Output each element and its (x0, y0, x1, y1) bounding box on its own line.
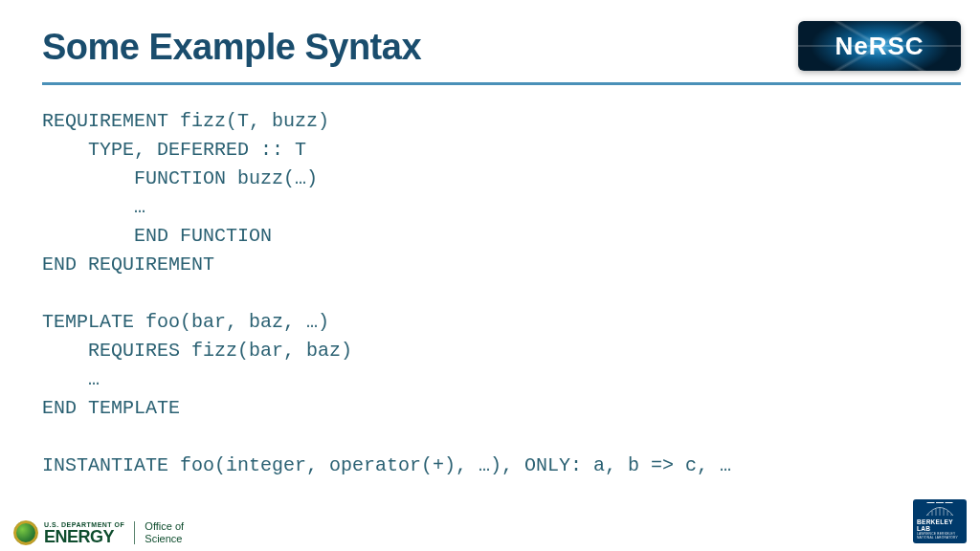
code-line: … (42, 368, 100, 390)
divider-icon (134, 521, 135, 544)
code-line: … (42, 196, 145, 218)
code-line: TEMPLATE foo(bar, baz, …) (42, 311, 329, 333)
slide: Some Example Syntax NeRSC REQUIREMENT fi… (0, 0, 980, 551)
doe-footer-logo: U.S. DEPARTMENT OF ENERGY Office of Scie… (13, 520, 184, 545)
lbnl-sublabel: LAWRENCE BERKELEY NATIONAL LABORATORY (917, 532, 963, 540)
nersc-logo: NeRSC (798, 21, 961, 71)
code-line: INSTANTIATE foo(integer, operator(+), …)… (42, 454, 731, 476)
svg-rect-9 (946, 502, 953, 503)
code-line: FUNCTION buzz(…) (42, 167, 318, 189)
doe-office-line2: Science (145, 533, 184, 545)
code-line: END REQUIREMENT (42, 253, 214, 276)
code-line: REQUIREMENT fizz(T, buzz) (42, 110, 329, 132)
lbnl-label: BERKELEY LAB (917, 518, 963, 532)
building-icon (919, 502, 961, 517)
doe-office-line1: Office of (145, 520, 184, 533)
doe-energy-label: ENERGY (44, 528, 124, 545)
slide-title: Some Example Syntax (42, 27, 421, 68)
code-block: REQUIREMENT fizz(T, buzz) TYPE, DEFERRED… (42, 107, 942, 480)
berkeley-lab-logo: BERKELEY LAB LAWRENCE BERKELEY NATIONAL … (913, 499, 967, 543)
code-line: TYPE, DEFERRED :: T (42, 139, 306, 161)
doe-text-block: U.S. DEPARTMENT OF ENERGY Office of Scie… (44, 520, 184, 544)
code-line: REQUIRES fizz(bar, baz) (42, 340, 352, 362)
doe-seal-icon (13, 520, 38, 545)
code-line: END FUNCTION (42, 225, 272, 247)
code-line: END TEMPLATE (42, 397, 180, 419)
svg-rect-7 (927, 502, 935, 503)
nersc-logo-text: NeRSC (835, 32, 924, 61)
svg-rect-8 (936, 502, 944, 503)
horizontal-rule (42, 82, 961, 85)
